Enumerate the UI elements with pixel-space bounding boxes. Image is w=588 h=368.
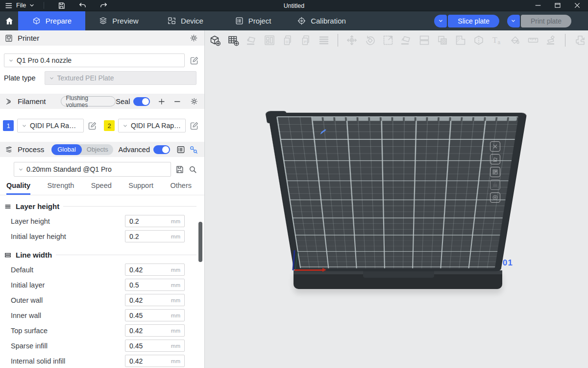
parameter-list-icon[interactable]: [176, 145, 186, 155]
home-button[interactable]: [0, 11, 18, 30]
scope-global-button[interactable]: Global: [51, 144, 82, 155]
slice-plate-group: Slice plate: [434, 15, 499, 27]
viewport-3d[interactable]: 0 P Ta: [205, 30, 588, 368]
slice-plate-dropdown[interactable]: [434, 15, 447, 27]
remove-filament-button[interactable]: [173, 98, 181, 105]
settings-panel: Printer Q1 Pro 0.4 nozzle Plate type Tex…: [0, 30, 205, 368]
minimize-button[interactable]: [534, 1, 542, 9]
print-plate-dropdown[interactable]: [507, 15, 520, 27]
tab-preview[interactable]: Preview: [85, 11, 152, 30]
top-surface-input-box: mm: [125, 324, 185, 337]
delete-plate-button[interactable]: [490, 141, 500, 152]
filament-1-select[interactable]: QIDI PLA Rapido: [17, 119, 84, 132]
edit-printer-icon[interactable]: [189, 55, 199, 66]
save-preset-icon[interactable]: [175, 165, 184, 174]
group-title: Line width: [16, 251, 52, 259]
tab-calibration[interactable]: Calibration: [294, 11, 349, 30]
toggle-knob: [142, 98, 149, 105]
plate-type-select[interactable]: Textured PEI Plate: [45, 71, 196, 85]
tab-quality[interactable]: Quality: [6, 182, 30, 195]
lock-plate-button[interactable]: [490, 180, 500, 190]
orient-plate-icon: [492, 156, 498, 162]
inner-wall-input-box: mm: [125, 309, 185, 321]
arrange-plate-button[interactable]: [490, 167, 500, 177]
printer-preset-value: Q1 Pro 0.4 nozzle: [17, 56, 72, 64]
initial-layer-height-input[interactable]: [129, 233, 160, 240]
process-scope-segment: Global Objects: [51, 144, 113, 155]
chevron-down-icon: [511, 18, 516, 24]
plate-settings-button[interactable]: [490, 192, 500, 203]
undo-icon[interactable]: [78, 1, 87, 10]
layer-height-input[interactable]: [129, 217, 160, 225]
outer-wall-input-box: mm: [125, 294, 185, 306]
initial-layer-width-input-box: mm: [125, 279, 185, 291]
setting-row-initial-layer: Initial layer mm: [11, 279, 185, 291]
save-icon[interactable]: [57, 1, 66, 10]
titlebar-divider: [44, 2, 44, 9]
plate-number-label: 01: [503, 258, 513, 268]
search-settings-icon[interactable]: [189, 145, 198, 155]
panel-scrollbar[interactable]: [198, 222, 202, 262]
print-plate-button[interactable]: Print plate: [521, 15, 571, 27]
printer-icon: [4, 34, 13, 43]
edit-filament-2-icon[interactable]: [189, 121, 199, 131]
calibration-icon: [297, 16, 306, 26]
build-plate[interactable]: [269, 113, 526, 271]
filament-2-badge: 2: [104, 120, 115, 131]
sparse-infill-input[interactable]: [129, 342, 160, 350]
x-axis-indicator: [294, 269, 323, 271]
file-menu[interactable]: File: [5, 1, 35, 10]
layers-icon: [98, 16, 108, 26]
redo-icon[interactable]: [99, 1, 108, 10]
default-width-input[interactable]: [129, 266, 160, 274]
initial-layer-height-input-box: mm: [125, 230, 185, 242]
setting-row-top-surface: Top surface mm: [11, 324, 185, 337]
setting-row-initial-layer-height: Initial layer height mm: [11, 230, 185, 242]
seal-toggle[interactable]: [133, 97, 150, 106]
tab-others[interactable]: Others: [170, 182, 192, 195]
plate-scene: [205, 30, 588, 368]
slice-plate-button[interactable]: Slice plate: [448, 15, 499, 27]
internal-solid-infill-input[interactable]: [129, 357, 160, 365]
printer-section-title: Printer: [18, 34, 39, 42]
tab-strength[interactable]: Strength: [48, 182, 74, 195]
inner-wall-input[interactable]: [129, 312, 160, 319]
close-button[interactable]: [573, 1, 581, 9]
filament-settings-gear-icon[interactable]: [190, 97, 198, 106]
chevron-down-icon: [22, 123, 27, 129]
internal-solid-infill-input-box: mm: [125, 355, 185, 367]
default-width-input-box: mm: [125, 263, 185, 276]
maximize-button[interactable]: [554, 1, 562, 9]
orient-plate-button[interactable]: [490, 154, 500, 164]
tab-prepare[interactable]: Prepare: [18, 11, 85, 30]
outer-wall-input[interactable]: [129, 296, 160, 304]
scope-objects-button[interactable]: Objects: [82, 146, 113, 153]
tab-speed[interactable]: Speed: [91, 182, 112, 195]
tab-device[interactable]: Device: [163, 11, 208, 30]
file-menu-label[interactable]: File: [16, 2, 26, 9]
setting-row-outer-wall: Outer wall mm: [11, 294, 185, 306]
filament-section-header: Filament Flushing volumes Seal: [0, 94, 204, 109]
printer-settings-gear-icon[interactable]: [189, 33, 198, 43]
add-filament-button[interactable]: [158, 98, 166, 105]
plate-name-edit-icon[interactable]: [319, 129, 327, 135]
group-title: Layer height: [16, 202, 59, 210]
hamburger-icon: [5, 1, 13, 10]
edit-filament-1-icon[interactable]: [87, 121, 98, 131]
chevron-down-icon: [49, 76, 54, 81]
top-surface-input[interactable]: [129, 327, 160, 335]
tab-project[interactable]: Project: [231, 11, 274, 30]
advanced-toggle[interactable]: [153, 145, 170, 154]
search-icon[interactable]: [188, 165, 197, 174]
initial-layer-width-input[interactable]: [129, 281, 160, 289]
seal-label: Seal: [116, 98, 130, 105]
flushing-volumes-button[interactable]: Flushing volumes: [61, 96, 116, 106]
cube-icon: [32, 16, 41, 26]
process-preset-select[interactable]: 0.20mm Standard @Q1 Pro: [14, 162, 171, 177]
tab-support[interactable]: Support: [128, 182, 153, 195]
process-tabs: Quality Strength Speed Support Others: [0, 177, 204, 195]
line-width-icon: [4, 251, 12, 259]
plate-surface-grid[interactable]: [276, 116, 518, 268]
printer-preset-select[interactable]: Q1 Pro 0.4 nozzle: [4, 53, 185, 67]
filament-2-select[interactable]: QIDI PLA Rapido M...: [118, 119, 186, 132]
